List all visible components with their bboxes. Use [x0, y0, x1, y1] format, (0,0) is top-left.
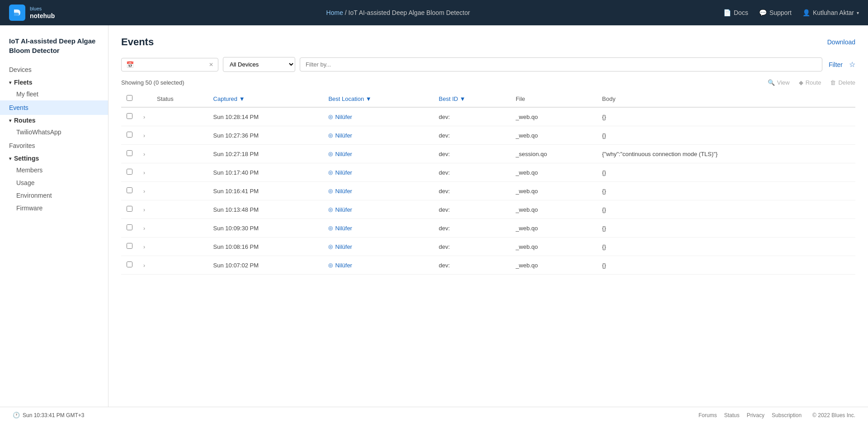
cell-file: _web.qo [510, 238, 597, 256]
row-checkbox[interactable] [127, 132, 132, 138]
sidebar-item-members[interactable]: Members [0, 164, 108, 176]
wifi-icon: ◎ [328, 114, 333, 120]
footer-subscription[interactable]: Subscription [772, 412, 802, 418]
wifi-icon: ◎ [328, 151, 333, 157]
expand-icon[interactable]: › [143, 262, 145, 269]
docs-link[interactable]: 📄 Docs [723, 9, 748, 16]
cell-status [151, 126, 208, 145]
row-checkbox[interactable] [127, 187, 132, 193]
row-checkbox[interactable] [127, 113, 132, 119]
col-best-location[interactable]: Best Location ▼ [323, 90, 433, 107]
date-picker-wrap: 📅 ✕ [121, 58, 218, 71]
cell-best-id: dev: [434, 238, 510, 256]
delete-icon: 🗑 [830, 79, 836, 86]
app-footer: 🕐 Sun 10:33:41 PM GMT+3 Forums Status Pr… [0, 407, 868, 423]
user-menu[interactable]: 👤 Kutluhan Aktar ▾ [802, 9, 859, 16]
date-input[interactable] [137, 61, 205, 68]
sidebar-item-firmware[interactable]: Firmware [0, 202, 108, 214]
delete-button[interactable]: 🗑 Delete [830, 79, 855, 86]
cell-best-id: dev: [434, 145, 510, 163]
expand-icon[interactable]: › [143, 188, 145, 195]
cell-file: _web.qo [510, 200, 597, 219]
sidebar-item-devices[interactable]: Devices [0, 62, 108, 77]
cell-status [151, 182, 208, 200]
row-checkbox[interactable] [127, 243, 132, 249]
docs-icon: 📄 [723, 9, 731, 16]
expand-icon[interactable]: › [143, 207, 145, 213]
expand-icon[interactable]: › [143, 170, 145, 176]
device-select[interactable]: All Devices [223, 57, 295, 72]
events-table: Status Captured ▼ Best Location ▼ Best I… [121, 90, 855, 275]
row-checkbox[interactable] [127, 150, 132, 156]
chevron-down-icon: ▾ [9, 156, 11, 161]
sidebar-item-my-fleet[interactable]: My fleet [0, 88, 108, 100]
cell-status [151, 163, 208, 182]
sidebar-item-environment[interactable]: Environment [0, 189, 108, 202]
cell-captured: Sun 10:08:16 PM [208, 238, 323, 256]
cell-captured: Sun 10:07:02 PM [208, 256, 323, 275]
cell-file: _session.qo [510, 145, 597, 163]
sidebar-section-routes[interactable]: ▾ Routes [0, 115, 108, 126]
sidebar-item-twilio[interactable]: TwilioWhatsApp [0, 126, 108, 138]
breadcrumb-home[interactable]: Home [326, 9, 343, 16]
main-header: Events Download [121, 36, 855, 48]
star-button[interactable]: ☆ [849, 60, 855, 69]
row-checkbox[interactable] [127, 206, 132, 212]
cell-location: ◎ Nilüfer [323, 145, 433, 163]
col-captured[interactable]: Captured ▼ [208, 90, 323, 107]
expand-icon[interactable]: › [143, 114, 145, 120]
cell-best-id: dev: [434, 219, 510, 238]
cell-body: {"why":"continuous connection mode (TLS)… [597, 145, 855, 163]
cell-file: _web.qo [510, 107, 597, 126]
row-checkbox[interactable] [127, 261, 132, 267]
cell-best-id: dev: [434, 200, 510, 219]
expand-icon[interactable]: › [143, 244, 145, 250]
filter-button[interactable]: Filter [827, 61, 844, 68]
filter-input[interactable] [300, 57, 822, 71]
table-row: › Sun 10:09:30 PM ◎ Nilüfer dev: _web.qo… [121, 219, 855, 238]
sidebar-item-usage[interactable]: Usage [0, 176, 108, 189]
cell-location: ◎ Nilüfer [323, 126, 433, 145]
time-display: 🕐 Sun 10:33:41 PM GMT+3 [13, 412, 84, 418]
support-link[interactable]: 💬 Support [759, 9, 792, 16]
cell-file: _web.qo [510, 256, 597, 275]
calendar-icon: 📅 [126, 61, 134, 68]
expand-icon[interactable]: › [143, 225, 145, 232]
view-icon: 🔍 [768, 79, 775, 86]
wifi-icon: ◎ [328, 132, 333, 138]
cell-body: {} [597, 238, 855, 256]
sidebar-item-events[interactable]: Events [0, 100, 108, 115]
row-checkbox[interactable] [127, 169, 132, 175]
date-clear-button[interactable]: ✕ [209, 62, 213, 68]
logo[interactable]: blues notehub [9, 5, 55, 21]
footer-copyright: © 2022 Blues Inc. [812, 412, 855, 418]
footer-forums[interactable]: Forums [698, 412, 717, 418]
table-row: › Sun 10:07:02 PM ◎ Nilüfer dev: _web.qo… [121, 256, 855, 275]
col-file: File [510, 90, 597, 107]
breadcrumb: Home / IoT AI-assisted Deep Algae Bloom … [73, 9, 723, 16]
logo-brand: blues [30, 5, 55, 12]
app-header: blues notehub Home / IoT AI-assisted Dee… [0, 0, 868, 25]
route-button[interactable]: ◆ Route [799, 79, 821, 86]
footer-status[interactable]: Status [724, 412, 740, 418]
view-button[interactable]: 🔍 View [768, 79, 790, 86]
table-controls: Showing 50 (0 selected) 🔍 View ◆ Route 🗑… [121, 79, 855, 86]
sidebar-item-favorites[interactable]: Favorites [0, 138, 108, 153]
expand-icon[interactable]: › [143, 151, 145, 157]
app-layout: IoT AI-assisted Deep Algae Bloom Detecto… [0, 25, 868, 407]
cell-status [151, 107, 208, 126]
cell-captured: Sun 10:16:41 PM [208, 182, 323, 200]
footer-privacy[interactable]: Privacy [747, 412, 764, 418]
cell-captured: Sun 10:28:14 PM [208, 107, 323, 126]
col-best-id[interactable]: Best ID ▼ [434, 90, 510, 107]
expand-icon[interactable]: › [143, 133, 145, 139]
select-all-checkbox[interactable] [127, 95, 132, 101]
row-checkbox[interactable] [127, 224, 132, 230]
col-status: Status [151, 90, 208, 107]
current-time: Sun 10:33:41 PM GMT+3 [23, 412, 84, 418]
sidebar-project-title: IoT AI-assisted Deep Algae Bloom Detecto… [0, 33, 108, 62]
download-button[interactable]: Download [827, 38, 855, 46]
sidebar-section-settings[interactable]: ▾ Settings [0, 153, 108, 164]
sidebar-section-fleets[interactable]: ▾ Fleets [0, 77, 108, 88]
filter-row: 📅 ✕ All Devices Filter ☆ [121, 57, 855, 72]
